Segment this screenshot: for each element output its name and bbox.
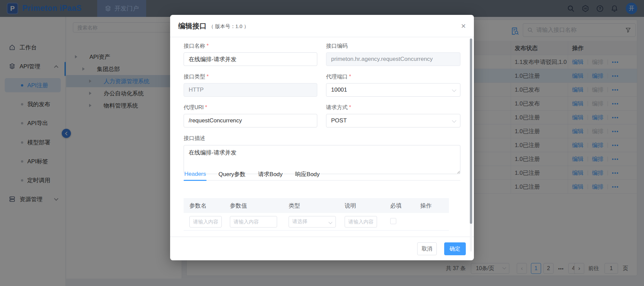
required-asterisk: * xyxy=(205,104,207,110)
param-required-checkbox[interactable] xyxy=(390,218,396,224)
field-input[interactable] xyxy=(184,83,317,97)
param-tab[interactable]: Headers xyxy=(184,168,207,181)
required-asterisk: * xyxy=(207,43,209,49)
form-field: 接口类型* xyxy=(184,73,317,97)
form-field: 接口名称* xyxy=(184,43,317,66)
form-fields: 接口名称* 接口编码* xyxy=(184,43,460,127)
form-field: 代理URI* xyxy=(184,104,317,127)
modal-scrollbar xyxy=(470,38,472,252)
field-label: 接口类型 xyxy=(184,74,205,79)
dialog-body: 接口名称* 接口编码* xyxy=(184,43,460,175)
param-tab[interactable]: 请求Body xyxy=(258,168,284,181)
confirm-button[interactable]: 确定 xyxy=(444,242,466,255)
field-label: 请求方式 xyxy=(326,104,348,110)
dialog-header: 编辑接口 （ 版本号：1.0 ） × xyxy=(170,15,474,37)
params-col-required: 必填 xyxy=(390,202,420,210)
param-type-placeholder: 请选择 xyxy=(292,218,307,225)
required-asterisk: * xyxy=(349,104,351,110)
field-label: 接口名称 xyxy=(184,43,205,49)
cancel-button[interactable]: 取消 xyxy=(417,242,437,255)
dialog-version-note: （ 版本号：1.0 ） xyxy=(209,23,249,30)
param-tabs: Headers Query参数 请求Body 响应Body xyxy=(184,168,460,181)
edit-api-dialog: 编辑接口 （ 版本号：1.0 ） × 接口名称* xyxy=(170,15,474,260)
params-input-row: 请选择 xyxy=(184,213,449,231)
params-header-row: 参数名 参数值 类型 说明 必填 操作 xyxy=(184,198,449,213)
params-col-type: 类型 xyxy=(289,202,345,210)
param-type-select[interactable]: 请选择 xyxy=(289,216,336,228)
required-asterisk: * xyxy=(349,74,351,79)
params-col-value: 参数值 xyxy=(230,202,289,210)
field-label: 接口描述 xyxy=(184,135,460,142)
form-field: 请求方式* xyxy=(326,104,460,127)
field-input[interactable] xyxy=(184,114,317,127)
param-tab[interactable]: Query参数 xyxy=(218,168,246,181)
param-value-input[interactable] xyxy=(230,216,277,228)
dialog-title: 编辑接口 xyxy=(178,21,207,31)
form-field: 代理端口* xyxy=(326,73,460,97)
field-label: 代理端口 xyxy=(326,74,348,79)
chevron-down-icon xyxy=(328,220,332,224)
field-input[interactable] xyxy=(326,114,460,127)
field-input[interactable] xyxy=(326,52,460,66)
app-root: P Primeton iPaaS 开发门户 AI ? 开 xyxy=(0,0,644,286)
params-col-name: 参数名 xyxy=(184,202,230,210)
param-name-input[interactable] xyxy=(189,216,222,228)
field-label: 代理URI xyxy=(184,104,204,110)
dialog-footer: 取消 确定 xyxy=(170,237,474,260)
field-input[interactable] xyxy=(184,52,317,66)
params-col-ops: 操作 xyxy=(420,202,449,210)
close-icon[interactable]: × xyxy=(461,22,466,30)
modal-scrollbar-thumb[interactable] xyxy=(470,39,472,224)
field-input[interactable] xyxy=(326,83,460,97)
params-table: 参数名 参数值 类型 说明 必填 操作 请选择 xyxy=(184,198,449,231)
required-asterisk: * xyxy=(207,74,209,79)
param-tab[interactable]: 响应Body xyxy=(294,168,320,181)
field-label: 接口编码 xyxy=(326,43,348,49)
param-desc-input[interactable] xyxy=(345,216,377,228)
form-field: 接口编码* xyxy=(326,43,460,66)
params-col-desc: 说明 xyxy=(345,202,390,210)
